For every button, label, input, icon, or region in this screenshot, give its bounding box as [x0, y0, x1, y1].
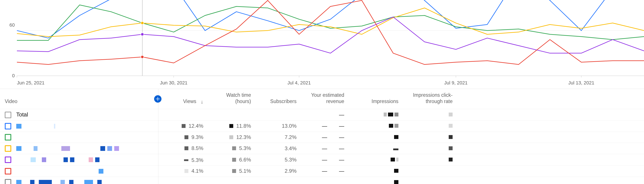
column-header-watch-time[interactable]: Watch time (hours)	[208, 89, 256, 109]
column-header-revenue[interactable]: Your estimated revenue	[301, 89, 349, 109]
x-tick: Jul 9, 2021	[444, 80, 468, 86]
bar-chip	[184, 159, 188, 161]
column-header-ctr[interactable]: Impressions click-through rate	[403, 89, 457, 109]
watch-value: 11.8%	[236, 123, 251, 129]
checkbox[interactable]	[5, 112, 11, 118]
bar-chip	[184, 135, 188, 139]
video-title-redacted	[16, 180, 102, 184]
analytics-line-chart[interactable]: 60 0 Jun 25, 2021Jun 30, 2021Jul 4, 2021…	[0, 0, 644, 89]
sort-descending-icon: ↓	[201, 99, 203, 105]
views-value: 8.5%	[192, 145, 203, 151]
series-toggle[interactable]	[5, 157, 11, 163]
table-row[interactable]: 4.1% 5.1% 2.9% — —	[0, 166, 644, 177]
analytics-table: Video Views ↓ Watch time (hours) Subscri…	[0, 89, 644, 184]
table-row-total[interactable]: Total —	[0, 109, 644, 121]
subs-value: 2.9%	[284, 168, 296, 174]
video-title-redacted	[16, 124, 55, 129]
series-toggle[interactable]	[5, 145, 11, 152]
bar-chip	[184, 146, 188, 150]
table-row[interactable]: 12.4% 11.8% 13.0% — —	[0, 121, 644, 132]
bar-chip	[229, 124, 233, 128]
table-row[interactable]: 8.5% 5.3% 3.4% — —	[0, 143, 644, 154]
total-label: Total	[16, 111, 28, 118]
video-title-redacted	[16, 146, 119, 151]
ctr-redacted	[408, 113, 452, 116]
column-header-impressions[interactable]: Impressions	[349, 89, 403, 109]
series-toggle[interactable]	[5, 123, 11, 130]
x-tick: Jul 4, 2021	[288, 80, 311, 86]
impressions-redacted	[354, 113, 398, 116]
table-row[interactable]	[0, 177, 644, 184]
video-title-redacted	[16, 169, 104, 174]
table-row[interactable]: 5.3% 6.6% 5.3% — —	[0, 154, 644, 166]
subs-value: 3.4%	[284, 146, 296, 151]
views-value: 9.3%	[192, 134, 203, 140]
bar-chip	[232, 169, 236, 173]
series-toggle[interactable]	[5, 179, 11, 184]
revenue-empty: —	[339, 112, 344, 118]
views-value: 5.3%	[192, 157, 203, 163]
video-title-redacted	[16, 157, 100, 162]
x-tick: Jun 30, 2021	[160, 80, 188, 86]
subs-value: 13.0%	[282, 123, 296, 129]
svg-point-4	[141, 21, 144, 24]
bar-chip	[184, 169, 188, 173]
column-header-video[interactable]: Video	[0, 89, 158, 109]
views-value: 4.1%	[192, 168, 203, 174]
watch-value: 5.1%	[239, 168, 251, 174]
watch-value: 6.6%	[239, 157, 251, 163]
bar-chip	[182, 124, 186, 128]
svg-point-6	[141, 55, 144, 58]
x-tick: Jun 25, 2021	[17, 80, 44, 86]
bar-chip	[232, 158, 236, 162]
column-header-views[interactable]: Views ↓	[158, 89, 208, 109]
views-value: 12.4%	[188, 123, 203, 129]
x-tick: Jul 13, 2021	[568, 80, 594, 86]
series-toggle[interactable]	[5, 134, 11, 141]
table-row[interactable]: 9.3% 12.3% 7.2% — —	[0, 132, 644, 143]
chart-canvas	[0, 0, 644, 89]
watch-value: 12.3%	[236, 134, 251, 140]
bar-chip	[229, 135, 233, 139]
bar-chip	[232, 146, 236, 150]
subs-value: 7.2%	[284, 134, 296, 140]
column-header-subscribers[interactable]: Subscribers	[256, 89, 301, 109]
watch-value: 5.3%	[239, 145, 251, 151]
series-toggle[interactable]	[5, 168, 11, 175]
svg-point-5	[141, 33, 144, 36]
subs-value: 5.3%	[284, 157, 296, 163]
